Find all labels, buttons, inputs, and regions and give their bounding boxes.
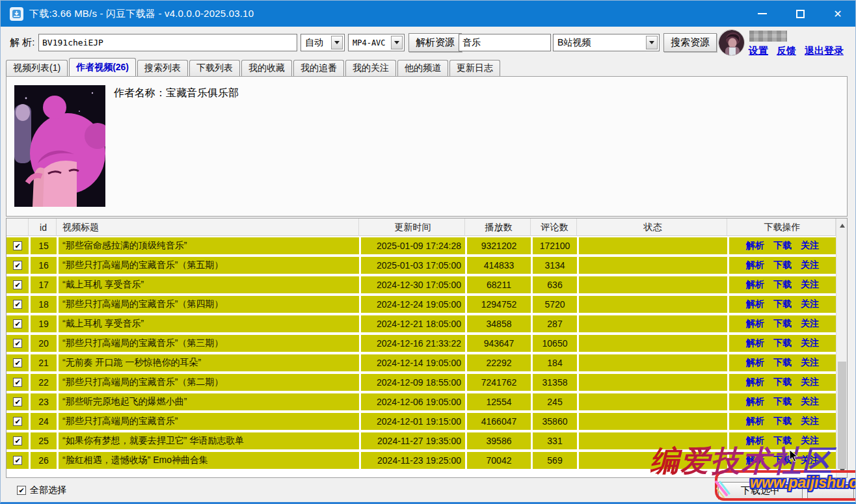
follow-link[interactable]: 关注 xyxy=(801,455,819,466)
row-title: “脸红相遇，遗憾收场” Emo神曲合集 xyxy=(59,452,359,469)
download-selected-button[interactable]: 下载选中 xyxy=(718,482,803,499)
tab-4[interactable]: 我的收藏 xyxy=(241,60,292,76)
row-comment-count: 636 xyxy=(533,276,577,293)
follow-link[interactable]: 关注 xyxy=(801,298,819,310)
tab-5[interactable]: 我的追番 xyxy=(293,60,344,76)
chevron-down-icon xyxy=(331,36,343,49)
row-updated-time: 2025-01-09 17:24:28 xyxy=(361,237,465,254)
follow-link[interactable]: 关注 xyxy=(801,259,819,271)
row-status xyxy=(579,374,727,391)
download-link[interactable]: 下载 xyxy=(773,377,792,388)
app-logo-icon xyxy=(10,7,23,21)
user-avatar[interactable] xyxy=(718,29,745,56)
row-checkbox[interactable]: ✔ xyxy=(7,296,29,313)
row-checkbox[interactable]: ✔ xyxy=(7,276,29,293)
format-dropdown[interactable]: MP4-AVC xyxy=(348,34,405,51)
download-link[interactable]: 下载 xyxy=(773,259,792,271)
scrollbar-thumb[interactable] xyxy=(838,362,846,469)
search-keyword-input[interactable] xyxy=(459,34,551,51)
username-blurred xyxy=(749,31,787,42)
parse-url-input[interactable] xyxy=(38,34,297,51)
row-actions: 解析下载关注 xyxy=(729,354,836,371)
tab-8[interactable]: 更新日志 xyxy=(449,60,500,76)
author-name-label: 作者名称：宝藏音乐俱乐部 xyxy=(114,86,239,100)
follow-link[interactable]: 关注 xyxy=(801,435,819,447)
site-dropdown[interactable]: B站视频 xyxy=(553,34,660,51)
download-link[interactable]: 下载 xyxy=(773,338,792,349)
table-row: ✔26“脸红相遇，遗憾收场” Emo神曲合集2024-11-23 19:25:0… xyxy=(7,452,836,469)
row-checkbox[interactable]: ✔ xyxy=(7,432,29,449)
parse-link[interactable]: 解析 xyxy=(746,357,764,369)
follow-link[interactable]: 关注 xyxy=(801,240,819,252)
parse-link[interactable]: 解析 xyxy=(746,455,764,466)
download-link[interactable]: 下载 xyxy=(773,455,792,466)
download-link[interactable]: 下载 xyxy=(773,279,792,291)
vertical-scrollbar[interactable] xyxy=(836,219,847,477)
parse-link[interactable]: 解析 xyxy=(746,298,764,310)
follow-link[interactable]: 关注 xyxy=(801,318,819,330)
row-id: 18 xyxy=(31,296,57,313)
maximize-button[interactable] xyxy=(781,1,819,27)
row-comment-count: 172100 xyxy=(533,237,577,254)
row-checkbox[interactable]: ✔ xyxy=(7,335,29,352)
row-play-count: 7241762 xyxy=(467,374,531,391)
row-checkbox[interactable]: ✔ xyxy=(7,315,29,332)
scroll-down-icon[interactable] xyxy=(836,465,848,476)
table-row: ✔25“如果你有梦想，就要去捍卫它” 华语励志歌单2024-11-27 19:3… xyxy=(7,432,836,449)
scroll-up-icon[interactable] xyxy=(836,220,848,231)
parse-link[interactable]: 解析 xyxy=(746,318,764,330)
minimize-button[interactable] xyxy=(743,1,781,27)
table-row: ✔20“那些只打高端局的宝藏音乐”（第三期）2024-12-16 21:33:2… xyxy=(7,335,836,352)
follow-link[interactable]: 关注 xyxy=(801,279,819,291)
follow-link[interactable]: 关注 xyxy=(801,416,819,427)
download-link[interactable]: 下载 xyxy=(773,240,792,252)
parse-link[interactable]: 解析 xyxy=(746,240,764,252)
logout-link[interactable]: 退出登录 xyxy=(805,45,844,57)
parse-link[interactable]: 解析 xyxy=(746,259,764,271)
feedback-link[interactable]: 反馈 xyxy=(777,45,796,57)
table-row: ✔24“那些只打高端局的宝藏音乐”2024-12-01 19:15:004166… xyxy=(7,413,836,430)
row-checkbox[interactable]: ✔ xyxy=(7,354,29,371)
parse-link[interactable]: 解析 xyxy=(746,396,764,408)
obscured-button[interactable] xyxy=(807,482,854,499)
settings-link[interactable]: 设置 xyxy=(749,45,768,57)
row-comment-count: 35860 xyxy=(533,413,577,430)
follow-link[interactable]: 关注 xyxy=(801,338,819,349)
download-link[interactable]: 下载 xyxy=(773,416,792,427)
table-row: ✔15“那些宿命感拉满的顶级纯音乐”2025-01-09 17:24:28932… xyxy=(7,237,836,254)
row-checkbox[interactable]: ✔ xyxy=(7,374,29,391)
row-checkbox[interactable]: ✔ xyxy=(7,257,29,274)
row-play-count: 9321202 xyxy=(467,237,531,254)
follow-link[interactable]: 关注 xyxy=(801,377,819,388)
parse-link[interactable]: 解析 xyxy=(746,338,764,349)
row-checkbox[interactable]: ✔ xyxy=(7,393,29,410)
search-resource-button[interactable]: 搜索资源 xyxy=(663,33,717,52)
tab-6[interactable]: 我的关注 xyxy=(345,60,396,76)
parse-link[interactable]: 解析 xyxy=(746,416,764,427)
row-comment-count: 245 xyxy=(533,393,577,410)
row-updated-time: 2024-11-23 19:25:00 xyxy=(361,452,465,469)
row-checkbox[interactable]: ✔ xyxy=(7,413,29,430)
tab-3[interactable]: 下载列表 xyxy=(189,60,240,76)
download-link[interactable]: 下载 xyxy=(773,298,792,310)
parse-resource-button[interactable]: 解析资源 xyxy=(408,33,462,52)
row-checkbox[interactable]: ✔ xyxy=(7,237,29,254)
tab-0[interactable]: 视频列表(1) xyxy=(6,60,68,76)
select-all-checkbox[interactable]: ✔ xyxy=(17,486,26,495)
quality-dropdown[interactable]: 自动 xyxy=(301,34,345,51)
parse-link[interactable]: 解析 xyxy=(746,279,764,291)
tab-7[interactable]: 他的频道 xyxy=(397,60,448,76)
close-button[interactable]: ✕ xyxy=(819,1,856,27)
row-checkbox[interactable]: ✔ xyxy=(7,452,29,469)
tab-1[interactable]: 作者视频(26) xyxy=(69,58,136,76)
download-link[interactable]: 下载 xyxy=(773,357,792,369)
tab-2[interactable]: 搜索列表 xyxy=(137,60,188,76)
download-link[interactable]: 下载 xyxy=(773,318,792,330)
follow-link[interactable]: 关注 xyxy=(801,396,819,408)
row-actions: 解析下载关注 xyxy=(729,296,836,313)
follow-link[interactable]: 关注 xyxy=(801,357,819,369)
download-link[interactable]: 下载 xyxy=(773,396,792,408)
parse-link[interactable]: 解析 xyxy=(746,377,764,388)
parse-link[interactable]: 解析 xyxy=(746,435,764,447)
download-link[interactable]: 下载 xyxy=(773,435,792,447)
